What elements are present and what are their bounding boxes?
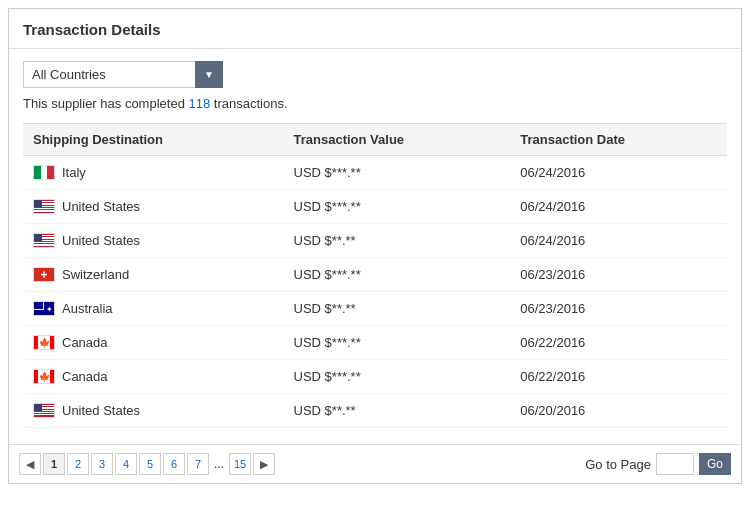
country-name: Canada [62, 335, 108, 350]
table-row: United StatesUSD $**.**06/20/2016 [23, 394, 727, 428]
cell-value: USD $***.** [284, 326, 511, 360]
table-header-row: Shipping Destination Transaction Value T… [23, 124, 727, 156]
transaction-summary: This supplier has completed 118 transact… [23, 96, 727, 111]
page-btn-7[interactable]: 7 [187, 453, 209, 475]
flag-us-icon [33, 233, 55, 248]
table-row: United StatesUSD $***.**06/24/2016 [23, 190, 727, 224]
country-name: United States [62, 199, 140, 214]
pagination-right: Go to Page Go [585, 453, 731, 475]
goto-input[interactable] [656, 453, 694, 475]
cell-date: 06/24/2016 [510, 190, 727, 224]
cell-destination: Canada [23, 326, 284, 360]
goto-button[interactable]: Go [699, 453, 731, 475]
table-container: Shipping Destination Transaction Value T… [23, 123, 727, 428]
transactions-table: Shipping Destination Transaction Value T… [23, 123, 727, 428]
next-page-button[interactable]: ▶ [253, 453, 275, 475]
cell-destination: United States [23, 394, 284, 428]
page-btn-4[interactable]: 4 [115, 453, 137, 475]
cell-value: USD $***.** [284, 190, 511, 224]
country-name: Italy [62, 165, 86, 180]
cell-destination: Switzerland [23, 258, 284, 292]
flag-it-icon [33, 165, 55, 180]
flag-ca-icon [33, 369, 55, 384]
page-btn-1[interactable]: 1 [43, 453, 65, 475]
cell-destination: Australia [23, 292, 284, 326]
page-title: Transaction Details [9, 9, 741, 49]
summary-suffix: transactions. [210, 96, 287, 111]
flag-country-cell: Italy [33, 165, 274, 180]
col-header-destination: Shipping Destination [23, 124, 284, 156]
country-name: Switzerland [62, 267, 129, 282]
page-btn-5[interactable]: 5 [139, 453, 161, 475]
cell-date: 06/22/2016 [510, 360, 727, 394]
country-name: United States [62, 233, 140, 248]
flag-us-icon [33, 199, 55, 214]
cell-destination: Canada [23, 360, 284, 394]
cell-value: USD $**.** [284, 292, 511, 326]
table-row: SwitzerlandUSD $***.**06/23/2016 [23, 258, 727, 292]
cell-date: 06/24/2016 [510, 224, 727, 258]
flag-au-icon [33, 301, 55, 316]
flag-country-cell: Canada [33, 369, 274, 384]
flag-country-cell: United States [33, 199, 274, 214]
cell-value: USD $***.** [284, 360, 511, 394]
pagination-left: ◀ 1 2 3 4 5 6 7 ... 15 ▶ [19, 453, 275, 475]
flag-country-cell: Switzerland [33, 267, 274, 282]
page-btn-last[interactable]: 15 [229, 453, 251, 475]
transaction-count-link[interactable]: 118 [188, 96, 210, 111]
cell-value: USD $***.** [284, 258, 511, 292]
cell-destination: United States [23, 224, 284, 258]
summary-prefix: This supplier has completed [23, 96, 188, 111]
cell-date: 06/20/2016 [510, 394, 727, 428]
flag-country-cell: Canada [33, 335, 274, 350]
content-area: All Countries This supplier has complete… [9, 49, 741, 440]
filter-row: All Countries [23, 61, 727, 88]
cell-destination: United States [23, 190, 284, 224]
cell-date: 06/23/2016 [510, 292, 727, 326]
country-select[interactable]: All Countries [23, 61, 223, 88]
page-btn-6[interactable]: 6 [163, 453, 185, 475]
flag-ca-icon [33, 335, 55, 350]
page-btn-2[interactable]: 2 [67, 453, 89, 475]
flag-country-cell: United States [33, 403, 274, 418]
table-row: CanadaUSD $***.**06/22/2016 [23, 360, 727, 394]
cell-value: USD $**.** [284, 394, 511, 428]
pagination-bar: ◀ 1 2 3 4 5 6 7 ... 15 ▶ Go to Page Go [9, 444, 741, 483]
flag-country-cell: Australia [33, 301, 274, 316]
table-row: CanadaUSD $***.**06/22/2016 [23, 326, 727, 360]
flag-ch-icon [33, 267, 55, 282]
page-ellipsis: ... [211, 457, 227, 471]
country-name: United States [62, 403, 140, 418]
country-name: Australia [62, 301, 113, 316]
cell-value: USD $**.** [284, 224, 511, 258]
cell-destination: Italy [23, 156, 284, 190]
table-row: United StatesUSD $**.**06/24/2016 [23, 224, 727, 258]
table-row: AustraliaUSD $**.**06/23/2016 [23, 292, 727, 326]
col-header-value: Transaction Value [284, 124, 511, 156]
flag-us-icon [33, 403, 55, 418]
table-row: ItalyUSD $***.**06/24/2016 [23, 156, 727, 190]
prev-page-button[interactable]: ◀ [19, 453, 41, 475]
transaction-details-panel: Transaction Details All Countries This s… [8, 8, 742, 484]
goto-label: Go to Page [585, 457, 651, 472]
country-name: Canada [62, 369, 108, 384]
cell-date: 06/24/2016 [510, 156, 727, 190]
cell-date: 06/22/2016 [510, 326, 727, 360]
cell-value: USD $***.** [284, 156, 511, 190]
country-select-wrapper[interactable]: All Countries [23, 61, 223, 88]
col-header-date: Transaction Date [510, 124, 727, 156]
cell-date: 06/23/2016 [510, 258, 727, 292]
page-btn-3[interactable]: 3 [91, 453, 113, 475]
flag-country-cell: United States [33, 233, 274, 248]
